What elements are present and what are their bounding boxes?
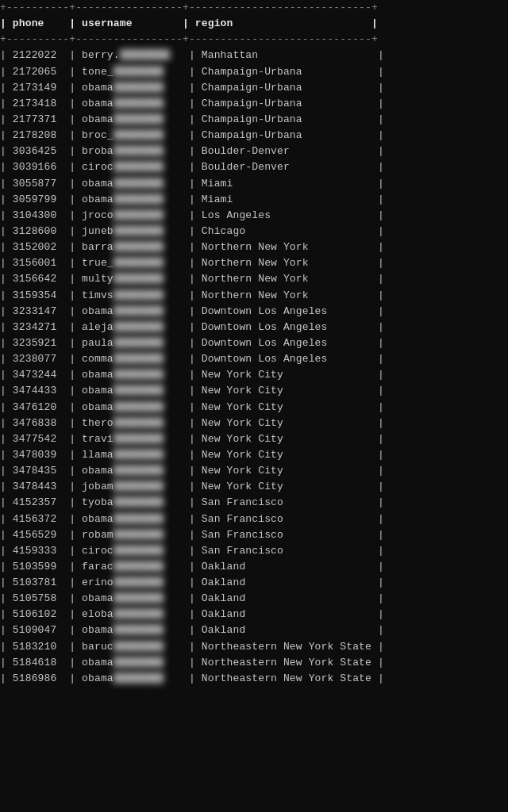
username-blurred: ████████ [114,622,164,638]
username-visible: robam [82,529,114,541]
table-row: | 5109047 | obama████████ | Oakland | [0,622,508,638]
table-row: | 4156529 | robam████████ | San Francisc… [0,527,508,543]
username-blurred: ████████ [114,144,164,159]
username-visible: obama [82,513,114,525]
username-blurred: ████████ [114,351,164,367]
table-row: | 5183210 | baruc████████ | Northeastern… [0,639,508,655]
table-row: | 3104300 | jroco████████ | Los Angeles … [0,208,508,224]
username-visible: barra [82,241,114,253]
username-visible: obama [82,193,114,205]
table-row: | 3233147 | obama████████ | Downtown Los… [0,304,508,320]
username-visible: ciroc [82,545,114,557]
username-blurred: ████████ [114,176,164,192]
username-visible: thero [82,417,114,429]
table-row: | 3159354 | timvs████████ | Northern New… [0,288,508,304]
table-row: | 2173149 | obama████████ | Champaign-Ur… [0,80,508,96]
username-blurred: ████████ [114,64,164,80]
username-blurred: ████████ [114,271,164,287]
username-visible: llama [82,449,114,461]
username-visible: jobam [82,481,114,492]
username-visible: broba [82,145,114,157]
username-blurred: ████████ [114,96,164,112]
username-blurred: ████████ [114,575,164,591]
table-body: | 2122022 | berry.████████ | Manhattan |… [0,48,508,687]
table-row: | 5105758 | obama████████ | Oakland | [0,591,508,607]
table-row: | 4159333 | ciroc████████ | San Francisc… [0,543,508,559]
table-row: | 2177371 | obama████████ | Champaign-Ur… [0,112,508,128]
username-visible: obama [82,98,114,109]
table-row: | 3238077 | comma████████ | Downtown Los… [0,351,508,367]
username-visible: timvs [82,289,114,301]
username-visible: obama [82,385,114,396]
table-row: | 3059799 | obama████████ | Miami | [0,192,508,208]
username-blurred: ████████ [114,239,164,255]
username-visible: comma [82,353,114,365]
username-visible: ciroc [82,161,114,173]
table-row: | 3474433 | obama████████ | New York Cit… [0,383,508,399]
username-blurred: ████████ [114,671,164,687]
username-blurred: ████████ [114,527,164,543]
username-visible: juneb [82,225,114,237]
table-row: | 5186986 | obama████████ | Northeastern… [0,671,508,687]
username-blurred: ████████ [114,159,164,175]
username-blurred: ████████ [114,639,164,655]
username-blurred: ████████ [114,288,164,304]
username-blurred: ████████ [114,112,164,128]
username-blurred: ████████ [120,48,170,63]
table-row: | 5103599 | farac████████ | Oakland | [0,559,508,575]
table-row: | 3478039 | llama████████ | New York Cit… [0,447,508,463]
username-visible: obama [82,624,114,636]
table-row: | 3036425 | broba████████ | Boulder-Denv… [0,144,508,159]
username-blurred: ████████ [114,255,164,271]
table-row: | 3473244 | obama████████ | New York Cit… [0,367,508,383]
separator-top: +----------+-----------------+----------… [0,0,508,16]
username-visible: jroco [82,209,114,221]
username-blurred: ████████ [114,208,164,224]
table-row: | 3039166 | ciroc████████ | Boulder-Denv… [0,159,508,175]
separator-mid: +----------+-----------------+----------… [0,32,508,48]
table-row: | 3128600 | juneb████████ | Chicago | [0,224,508,239]
username-blurred: ████████ [114,543,164,559]
username-blurred: ████████ [114,591,164,607]
username-blurred: ████████ [114,320,164,335]
table-row: | 2172065 | tone_████████ | Champaign-Ur… [0,64,508,80]
username-blurred: ████████ [114,607,164,622]
username-visible: tyoba [82,496,114,508]
username-blurred: ████████ [114,304,164,320]
username-visible: true_ [82,257,114,269]
table-row: | 3478435 | obama████████ | New York Cit… [0,463,508,479]
table-row: | 4156372 | obama████████ | San Francisc… [0,511,508,527]
table-row: | 3478443 | jobam████████ | New York Cit… [0,479,508,495]
username-visible: obama [82,672,114,684]
username-visible: obama [82,465,114,477]
table-container: +----------+-----------------+----------… [0,0,508,687]
username-visible: travi [82,433,114,445]
username-blurred: ████████ [114,463,164,479]
table-row: | 3156642 | multy████████ | Northern New… [0,271,508,287]
username-visible: aleja [82,321,114,333]
username-blurred: ████████ [114,383,164,399]
table-row: | 3476120 | obama████████ | New York Cit… [0,400,508,416]
username-blurred: ████████ [114,367,164,383]
username-blurred: ████████ [114,80,164,96]
username-visible: obama [82,82,114,94]
username-blurred: ████████ [114,335,164,351]
username-blurred: ████████ [114,224,164,239]
username-blurred: ████████ [114,400,164,416]
table-row: | 3055877 | obama████████ | Miami | [0,176,508,192]
username-blurred: ████████ [114,511,164,527]
table-row: | 3234271 | aleja████████ | Downtown Los… [0,320,508,335]
table-row: | 3152002 | barra████████ | Northern New… [0,239,508,255]
table-row: | 5106102 | eloba████████ | Oakland | [0,607,508,622]
username-blurred: ████████ [114,192,164,208]
username-visible: tone_ [82,66,114,78]
table-row: | 2173418 | obama████████ | Champaign-Ur… [0,96,508,112]
username-blurred: ████████ [114,128,164,144]
username-visible: farac [82,561,114,573]
table-row: | 3476838 | thero████████ | New York Cit… [0,416,508,431]
username-blurred: ████████ [114,416,164,431]
username-visible: obama [82,592,114,604]
username-visible: multy [82,273,114,285]
username-blurred: ████████ [114,479,164,495]
username-blurred: ████████ [114,447,164,463]
